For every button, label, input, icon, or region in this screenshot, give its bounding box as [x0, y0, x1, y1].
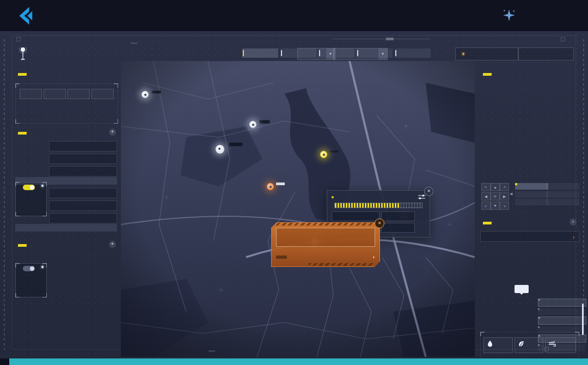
street-light-badge — [209, 350, 215, 352]
pin-kommunalny[interactable] — [249, 121, 256, 128]
type-list — [538, 299, 586, 351]
schedule2-rows — [49, 188, 117, 223]
schedule2-brightness-box — [15, 263, 47, 297]
type-b-row[interactable] — [538, 308, 585, 315]
type-d-row[interactable] — [538, 326, 585, 333]
bar-tooltip — [514, 285, 529, 293]
start-date-row — [49, 200, 117, 211]
type-c-row[interactable] — [538, 317, 586, 325]
droplet-icon — [487, 340, 493, 347]
brand-banner — [0, 0, 588, 31]
camera-06-button[interactable] — [546, 199, 579, 205]
sun-icon: ☀ — [461, 51, 466, 58]
pan-down-left-button[interactable]: ↙ — [481, 202, 491, 210]
dubu-cell — [381, 211, 415, 221]
date-box — [518, 47, 574, 60]
time-row — [49, 141, 117, 151]
schedule1-rows — [49, 141, 117, 177]
radar-chart — [489, 303, 526, 340]
current-data-header — [18, 68, 27, 80]
close-icon[interactable]: ✕ — [424, 187, 433, 196]
region-select[interactable]: ▼ — [333, 48, 388, 60]
failure-lamp-id — [276, 256, 287, 259]
week-header — [18, 239, 27, 251]
type-e-row[interactable] — [538, 334, 586, 343]
stat-energy-kw — [44, 89, 66, 99]
pan-right-button[interactable]: ▶ — [500, 192, 509, 200]
workbook-stats: ↑ — [480, 231, 579, 242]
up-arrow-icon: ↑ — [573, 235, 575, 240]
pan-up-left-button[interactable]: ↖ — [481, 183, 491, 191]
stat-briness-pct — [20, 89, 42, 99]
pan-left-button[interactable]: ◀ — [481, 192, 491, 200]
current-data-title — [18, 73, 27, 76]
leaf-icon — [518, 340, 524, 347]
gliv-cell — [381, 223, 415, 233]
status-dot — [332, 196, 334, 198]
streetlamp-icon — [19, 47, 27, 62]
map-label-skhodnya[interactable] — [151, 90, 161, 94]
chevron-down-icon[interactable]: ▼ — [378, 48, 387, 59]
map-label-kommunalny[interactable] — [259, 120, 270, 124]
pin-khimki[interactable] — [216, 145, 224, 154]
lbn-progress-bar — [334, 203, 422, 208]
stat-energy-a — [91, 89, 114, 99]
camera-02-button[interactable] — [515, 191, 548, 198]
map-label-khimki[interactable] — [229, 142, 243, 147]
pin-zavodskaya[interactable] — [320, 151, 327, 158]
environment-title — [483, 73, 492, 76]
map-label-zavodskaya[interactable] — [330, 150, 339, 153]
schedule1-brightness-box — [15, 182, 47, 216]
schedule1-except-bar — [15, 177, 117, 185]
area-select[interactable]: ▼ — [297, 48, 335, 60]
left-edge-ruler — [4, 39, 5, 350]
pin-skhodnya[interactable] — [142, 91, 149, 98]
environment-header — [483, 68, 492, 80]
schedule1-toggle[interactable] — [23, 185, 35, 190]
pan-down-right-button[interactable]: ↘ — [500, 202, 509, 210]
add-schedule-button[interactable]: + — [109, 129, 116, 136]
workbook-header — [483, 217, 492, 229]
control-title — [18, 132, 27, 135]
scrollbar-thumb[interactable] — [582, 303, 584, 335]
pin-leningradskoe[interactable] — [267, 183, 274, 190]
sparkle-icon — [502, 8, 516, 22]
dashboard: ▼ ▼ ☀ — [0, 31, 588, 358]
current-stats — [16, 84, 118, 104]
pan-up-button[interactable]: ▲ — [491, 183, 500, 191]
hazard-stripe-top — [272, 223, 379, 226]
control-header — [18, 127, 27, 139]
travel-checkbox-bottom — [544, 347, 549, 352]
expand-week-button[interactable]: + — [109, 241, 116, 248]
ptz-pad: ↖ ▲ ↗ ◀ ⟳ ▶ ↙ ▼ ↘ — [481, 183, 508, 210]
current-data-panel — [15, 83, 118, 124]
pan-down-button[interactable]: ▼ — [491, 202, 500, 210]
travel-checkbox-right — [561, 37, 565, 42]
sliders-icon[interactable] — [418, 194, 425, 199]
camera-01-button[interactable] — [515, 183, 548, 190]
travel-checkbox-left — [16, 37, 21, 42]
camera-05-button[interactable] — [546, 191, 579, 198]
failure-close-icon[interactable]: ✕ — [375, 218, 384, 228]
lighting-badge — [131, 42, 137, 44]
camera-list — [515, 183, 575, 205]
week-title — [18, 244, 27, 247]
camera-03-button[interactable] — [515, 199, 548, 205]
camera-list-prev-icon[interactable]: ◀ — [510, 192, 512, 196]
schedule2-toggle[interactable] — [23, 266, 35, 271]
tab-overview-3[interactable] — [395, 48, 431, 58]
reset-view-button[interactable]: ⟳ — [491, 192, 500, 200]
decor-slider[interactable] — [332, 39, 430, 39]
schedule2-except-bar — [15, 224, 117, 232]
end-date-row — [49, 166, 117, 177]
pan-up-right-button[interactable]: ↗ — [500, 183, 509, 191]
map-label-leningradskoe[interactable] — [276, 182, 285, 185]
failure-title-box — [276, 228, 375, 247]
more-button[interactable]: › — [373, 254, 375, 260]
tab-overview-1[interactable] — [242, 48, 278, 58]
workbook-more-icon[interactable]: › — [569, 218, 577, 226]
camera-04-button[interactable] — [546, 183, 579, 190]
type-a-row[interactable] — [538, 299, 586, 307]
bottom-accent-bar — [0, 358, 588, 365]
system-failure-popup: › — [271, 222, 380, 267]
